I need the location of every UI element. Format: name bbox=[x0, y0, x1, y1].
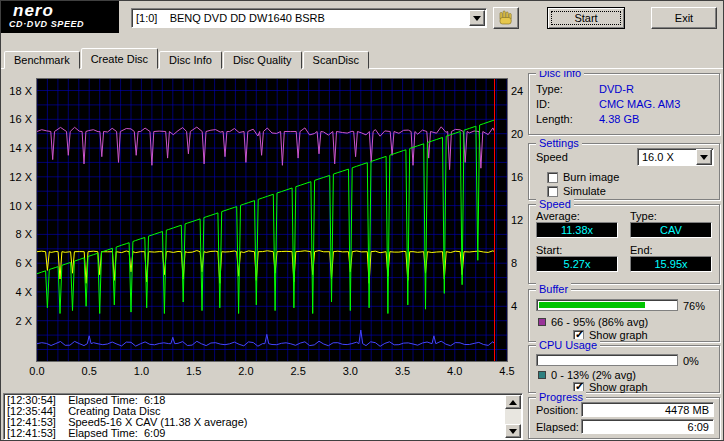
axis-tick-label: 4 X bbox=[4, 286, 32, 298]
axis-tick-label: 14 X bbox=[4, 142, 32, 154]
series-cpu-usage bbox=[37, 330, 495, 346]
axis-tick-label: 4 bbox=[511, 300, 525, 312]
axis-tick-label: 2 X bbox=[4, 315, 32, 327]
buffer-group: Buffer 76% 66 - 95% (86% avg) Show graph bbox=[528, 289, 720, 342]
nero-product-text: CD·DVD SPEED bbox=[1, 19, 119, 29]
buffer-level-bar bbox=[536, 299, 678, 311]
axis-tick-label: 0.5 bbox=[78, 365, 100, 377]
axis-tick-label: 8 X bbox=[4, 228, 32, 240]
tab-label: Disc Quality bbox=[233, 54, 292, 66]
start-speed-label: Start: bbox=[536, 244, 562, 256]
tab-label: ScanDisc bbox=[313, 54, 359, 66]
tab-label: Create Disc bbox=[91, 53, 148, 65]
burn-image-checkbox[interactable] bbox=[547, 172, 558, 183]
cpu-usage-bar bbox=[536, 354, 678, 366]
eject-button[interactable] bbox=[493, 7, 519, 29]
tab-disc-info[interactable]: Disc Info bbox=[159, 51, 222, 69]
disc-info-row: Length: 4.38 GB bbox=[536, 113, 716, 125]
disc-id-label: ID: bbox=[536, 98, 550, 110]
disc-length-value: 4.38 GB bbox=[599, 113, 639, 125]
cpu-percent: 0% bbox=[683, 355, 699, 367]
axis-tick-label: 16 bbox=[511, 171, 525, 183]
group-title: Buffer bbox=[536, 283, 571, 296]
position-value: 4478 MB bbox=[581, 402, 714, 417]
disc-type-value: DVD-R bbox=[599, 83, 634, 95]
right-axis-labels: 4812162024 bbox=[510, 71, 525, 376]
average-label: Average: bbox=[536, 210, 580, 222]
axis-tick-label: 10 X bbox=[4, 200, 32, 212]
nero-logo: nero CD·DVD SPEED bbox=[1, 1, 119, 33]
exit-button-label: Exit bbox=[675, 12, 693, 24]
write-speed-select[interactable]: 16.0 X bbox=[637, 148, 714, 166]
tab-label: Disc Info bbox=[169, 54, 212, 66]
average-speed-value: 11.38x bbox=[536, 222, 618, 238]
settings-group: Settings Speed 16.0 X Burn image Simulat… bbox=[528, 143, 720, 200]
disc-type-label: Type: bbox=[536, 83, 563, 95]
elapsed-label: Elapsed: bbox=[536, 421, 579, 433]
log-scrollbar[interactable] bbox=[505, 395, 521, 438]
log-panel[interactable]: [12:30:54] Elapsed Time: 6:18 [12:35:44]… bbox=[3, 393, 523, 440]
cpu-range: 0 - 13% (2% avg) bbox=[551, 369, 636, 381]
disc-info-row: ID: CMC MAG. AM3 bbox=[536, 98, 716, 110]
nero-brand-text: nero bbox=[1, 1, 119, 19]
burn-image-label: Burn image bbox=[563, 171, 619, 183]
scroll-down-button[interactable] bbox=[505, 424, 521, 438]
scroll-up-button[interactable] bbox=[505, 395, 521, 409]
axis-tick-label: 2.0 bbox=[235, 365, 257, 377]
group-title: CPU Usage bbox=[536, 339, 600, 352]
axis-tick-label: 12 bbox=[511, 214, 525, 226]
left-axis-labels: 2 X4 X6 X8 X10 X12 X14 X16 X18 X bbox=[3, 71, 34, 376]
simulate-option: Simulate bbox=[547, 185, 606, 197]
axis-tick-label: 3.5 bbox=[392, 365, 414, 377]
series-write-speed bbox=[37, 120, 495, 314]
elapsed-value: 6:09 bbox=[581, 419, 714, 434]
disc-length-label: Length: bbox=[536, 113, 573, 125]
tab-create-disc[interactable]: Create Disc bbox=[81, 48, 158, 69]
tab-label: Benchmark bbox=[14, 54, 70, 66]
axis-tick-label: 8 bbox=[511, 257, 525, 269]
axis-tick-label: 3.0 bbox=[339, 365, 361, 377]
type-label: Type: bbox=[630, 210, 657, 222]
chevron-down-icon bbox=[509, 429, 517, 434]
drive-select-value: [1:0] BENQ DVD DD DW1640 BSRB bbox=[132, 12, 469, 24]
speed-type-value: CAV bbox=[630, 222, 712, 238]
disc-id-value: CMC MAG. AM3 bbox=[599, 98, 680, 110]
end-speed-value: 15.95x bbox=[630, 256, 712, 272]
axis-tick-label: 20 bbox=[511, 128, 525, 140]
buffer-range: 66 - 95% (86% avg) bbox=[551, 316, 648, 328]
hand-icon bbox=[497, 10, 515, 26]
write-speed-value: 16.0 X bbox=[638, 151, 696, 163]
disc-info-group: Disc info Type: DVD-R ID: CMC MAG. AM3 L… bbox=[528, 73, 720, 135]
log-line: [12:41:53] Elapsed Time: 6:09 bbox=[4, 428, 522, 439]
axis-tick-label: 2.5 bbox=[287, 365, 309, 377]
start-button[interactable]: Start bbox=[547, 7, 625, 29]
tab-benchmark[interactable]: Benchmark bbox=[4, 51, 80, 69]
tab-disc-quality[interactable]: Disc Quality bbox=[223, 51, 302, 69]
tab-scandisc[interactable]: ScanDisc bbox=[303, 51, 369, 69]
simulate-label: Simulate bbox=[563, 185, 606, 197]
focus-rect bbox=[551, 11, 621, 25]
speed-group: Speed Average: Type: 11.38x CAV Start: E… bbox=[528, 204, 720, 284]
tab-bar: Benchmark Create Disc Disc Info Disc Qua… bbox=[4, 48, 370, 69]
speed-chart: 2 X4 X6 X8 X10 X12 X14 X16 X18 X 4812162… bbox=[3, 71, 525, 393]
disc-info-row: Type: DVD-R bbox=[536, 83, 716, 95]
chevron-up-icon bbox=[509, 400, 517, 405]
axis-tick-label: 16 X bbox=[4, 113, 32, 125]
cpu-legend-swatch bbox=[538, 371, 546, 379]
axis-tick-label: 0.0 bbox=[26, 365, 48, 377]
speed-setting-label: Speed bbox=[536, 151, 568, 163]
axis-tick-label: 1.5 bbox=[183, 365, 205, 377]
axis-tick-label: 1.0 bbox=[130, 365, 152, 377]
write-speed-arrow-button[interactable] bbox=[696, 149, 712, 165]
drive-select[interactable]: [1:0] BENQ DVD DD DW1640 BSRB bbox=[131, 8, 487, 28]
buffer-legend-swatch bbox=[538, 318, 546, 326]
chart-canvas bbox=[37, 79, 507, 361]
simulate-checkbox[interactable] bbox=[547, 186, 558, 197]
exit-button[interactable]: Exit bbox=[651, 7, 717, 29]
axis-tick-label: 18 X bbox=[4, 85, 32, 97]
cpu-show-graph-label: Show graph bbox=[589, 381, 648, 393]
axis-tick-label: 4.5 bbox=[496, 365, 518, 377]
group-title: Settings bbox=[536, 137, 582, 150]
chevron-down-icon bbox=[473, 16, 481, 21]
drive-select-arrow-button[interactable] bbox=[469, 10, 485, 26]
